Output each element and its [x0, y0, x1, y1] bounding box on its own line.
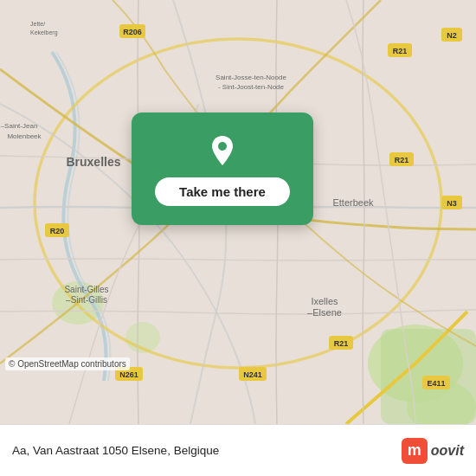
- svg-text:Jette/: Jette/: [30, 21, 45, 27]
- svg-text:R20: R20: [50, 227, 65, 235]
- take-me-there-button[interactable]: Take me there: [155, 177, 290, 206]
- svg-text:N241: N241: [243, 370, 262, 379]
- svg-text:N3: N3: [447, 199, 457, 208]
- svg-text:Ixelles: Ixelles: [311, 296, 338, 306]
- address-text: Aa, Van Aastraat 1050 Elsene, Belgique: [12, 444, 219, 457]
- svg-text:Saint-Josse-ten-Noode: Saint-Josse-ten-Noode: [215, 74, 286, 81]
- svg-text:R21: R21: [395, 156, 409, 164]
- svg-text:–Elsene: –Elsene: [307, 307, 342, 318]
- bottom-bar: Aa, Van Aastraat 1050 Elsene, Belgique m…: [0, 424, 476, 476]
- svg-text:Molenbeek: Molenbeek: [7, 132, 42, 140]
- svg-text:–Saint-Jean: –Saint-Jean: [1, 122, 38, 130]
- svg-text:E411: E411: [427, 379, 445, 388]
- moovit-logo-icon: m: [402, 438, 428, 464]
- map-attribution: © OpenStreetMap contributors: [5, 357, 130, 370]
- svg-text:Kekelberg: Kekelberg: [30, 29, 58, 36]
- app: R206 R20 R21 R21 R21 N2 N3: [0, 0, 476, 476]
- svg-text:Etterbeek: Etterbeek: [332, 197, 374, 208]
- moovit-logo-text: oovit: [431, 443, 464, 459]
- svg-text:N261: N261: [119, 370, 138, 379]
- svg-text:–Sint-Gillis: –Sint-Gillis: [66, 295, 107, 305]
- svg-text:R21: R21: [393, 47, 408, 55]
- map-container: R206 R20 R21 R21 R21 N2 N3: [0, 0, 476, 424]
- svg-text:R21: R21: [334, 339, 349, 348]
- moovit-logo: m oovit: [402, 438, 464, 464]
- svg-text:N2: N2: [447, 31, 457, 40]
- svg-point-39: [218, 142, 227, 151]
- svg-text:Saint-Gilles: Saint-Gilles: [64, 285, 108, 294]
- location-pin-icon: [205, 132, 240, 167]
- action-card: Take me there: [132, 113, 313, 225]
- svg-text:Bruxelles: Bruxelles: [66, 155, 120, 169]
- svg-text:R206: R206: [123, 28, 142, 36]
- svg-text:- Sint-Joost-ten-Node: - Sint-Joost-ten-Node: [218, 83, 285, 91]
